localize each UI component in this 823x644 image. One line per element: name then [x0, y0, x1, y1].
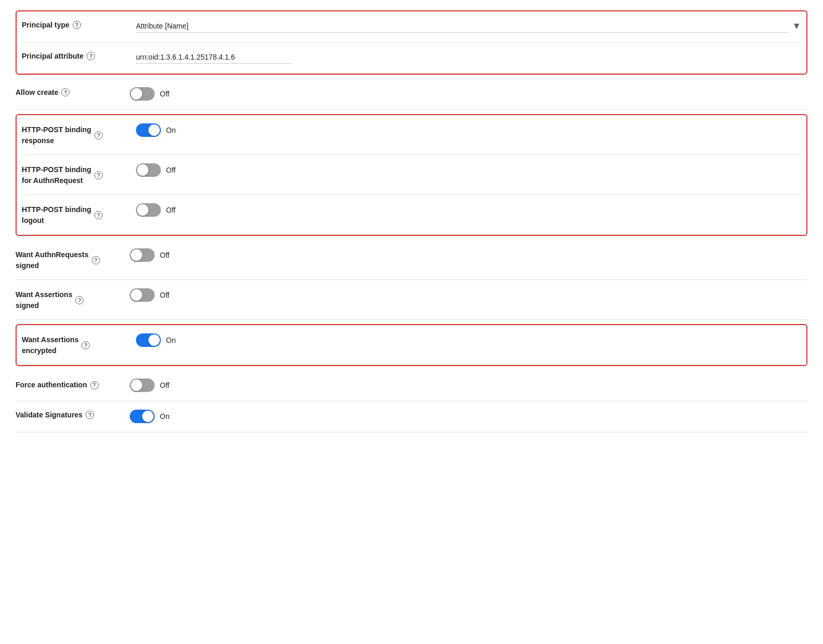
- force-authentication-thumb: [131, 380, 142, 391]
- want-assertions-signed-thumb: [131, 289, 142, 301]
- want-authn-signed-toggle-label: Off: [160, 251, 169, 259]
- want-assertions-encrypted-group: Want Assertionsencrypted ? On: [16, 324, 807, 366]
- http-post-logout-thumb: [137, 204, 148, 216]
- http-post-authn-thumb: [137, 164, 148, 176]
- principal-type-row: Principal type ? Attribute [Name] ▼: [22, 11, 801, 43]
- allow-create-toggle-wrapper: Off: [130, 87, 169, 101]
- http-post-logout-help-icon[interactable]: ?: [94, 211, 103, 219]
- want-assertions-encrypted-thumb: [148, 334, 160, 346]
- http-post-response-value: On: [136, 123, 801, 137]
- validate-signatures-row: Validate Signatures ? On: [16, 401, 807, 432]
- want-assertions-signed-track: [130, 288, 155, 302]
- force-authentication-row: Force authentication ? Off: [16, 370, 807, 401]
- principal-attribute-help-icon[interactable]: ?: [87, 52, 95, 60]
- http-post-response-label: HTTP-POST bindingresponse ?: [22, 123, 136, 146]
- validate-signatures-toggle[interactable]: [130, 410, 155, 423]
- allow-create-track: [130, 87, 155, 101]
- http-post-response-toggle-wrapper: On: [136, 123, 176, 137]
- validate-signatures-label: Validate Signatures ?: [16, 410, 130, 419]
- validate-signatures-toggle-wrapper: On: [130, 410, 170, 423]
- want-assertions-encrypted-label: Want Assertionsencrypted ?: [22, 333, 136, 356]
- principal-type-label: Principal type ?: [22, 20, 136, 29]
- validate-signatures-track: [130, 410, 155, 423]
- want-assertions-signed-toggle[interactable]: [130, 288, 155, 302]
- http-post-authn-row: HTTP-POST bindingfor AuthnRequest ? Off: [22, 155, 801, 195]
- http-post-logout-toggle-wrapper: Off: [136, 203, 175, 217]
- force-authentication-toggle-label: Off: [160, 381, 169, 389]
- principal-attribute-label: Principal attribute ?: [22, 51, 136, 60]
- force-authentication-label: Force authentication ?: [16, 379, 130, 390]
- principal-type-value: Attribute [Name] ▼: [136, 20, 801, 33]
- want-authn-signed-value: Off: [130, 248, 807, 262]
- http-post-logout-track: [136, 203, 161, 217]
- allow-create-toggle-label: Off: [160, 90, 169, 98]
- http-post-logout-label: HTTP-POST bindinglogout ?: [22, 203, 136, 226]
- http-post-authn-toggle[interactable]: [136, 163, 161, 177]
- want-assertions-signed-toggle-label: Off: [160, 291, 169, 299]
- want-authn-signed-toggle-wrapper: Off: [130, 248, 169, 262]
- http-post-logout-toggle[interactable]: [136, 203, 161, 217]
- want-assertions-signed-label: Want Assertionssigned ?: [16, 288, 130, 311]
- allow-create-label: Allow create ?: [16, 87, 130, 96]
- want-assertions-signed-value: Off: [130, 288, 807, 302]
- want-authn-signed-row: Want AuthnRequestssigned ? Off: [16, 240, 807, 280]
- want-assertions-encrypted-track: [136, 333, 161, 347]
- want-assertions-encrypted-toggle-label: On: [166, 336, 176, 344]
- allow-create-toggle[interactable]: [130, 87, 155, 101]
- want-assertions-signed-toggle-wrapper: Off: [130, 288, 169, 302]
- allow-create-help-icon[interactable]: ?: [61, 88, 70, 96]
- want-assertions-encrypted-help-icon[interactable]: ?: [81, 341, 90, 349]
- principal-group: Principal type ? Attribute [Name] ▼ Prin…: [16, 10, 807, 75]
- http-post-response-toggle[interactable]: [136, 123, 161, 137]
- http-post-group: HTTP-POST bindingresponse ? On HTTP-POST…: [16, 114, 807, 236]
- want-authn-signed-label: Want AuthnRequestssigned ?: [16, 248, 130, 271]
- force-authentication-track: [130, 379, 155, 392]
- http-post-response-row: HTTP-POST bindingresponse ? On: [22, 115, 801, 155]
- force-authentication-toggle[interactable]: [130, 379, 155, 392]
- want-assertions-signed-help-icon[interactable]: ?: [75, 296, 84, 304]
- principal-type-dropdown[interactable]: Attribute [Name] ▼: [136, 20, 801, 33]
- http-post-logout-value: Off: [136, 203, 801, 217]
- principal-type-help-icon[interactable]: ?: [73, 21, 81, 29]
- http-post-response-toggle-label: On: [166, 126, 176, 134]
- http-post-logout-toggle-label: Off: [166, 206, 175, 214]
- http-post-authn-help-icon[interactable]: ?: [94, 171, 103, 179]
- principal-type-selected: Attribute [Name]: [136, 20, 788, 33]
- want-authn-signed-thumb: [131, 249, 142, 261]
- want-assertions-signed-row: Want Assertionssigned ? Off: [16, 280, 807, 320]
- want-assertions-encrypted-value: On: [136, 333, 801, 347]
- validate-signatures-toggle-label: On: [160, 412, 170, 421]
- http-post-response-help-icon[interactable]: ?: [94, 131, 103, 139]
- want-assertions-encrypted-row: Want Assertionsencrypted ? On: [22, 325, 801, 365]
- want-authn-signed-track: [130, 248, 155, 262]
- principal-attribute-input[interactable]: urn:oid:1.3.6.1.4.1.25178.4.1.6: [136, 51, 292, 64]
- want-authn-signed-help-icon[interactable]: ?: [92, 256, 100, 264]
- force-authentication-value: Off: [130, 379, 807, 392]
- http-post-response-track: [136, 123, 161, 137]
- force-authentication-help-icon[interactable]: ?: [90, 381, 99, 389]
- dropdown-arrow-icon: ▼: [792, 21, 801, 32]
- settings-form: Principal type ? Attribute [Name] ▼ Prin…: [0, 0, 823, 443]
- allow-create-row: Allow create ? Off: [16, 79, 807, 110]
- http-post-authn-label: HTTP-POST bindingfor AuthnRequest ?: [22, 163, 136, 186]
- allow-create-value: Off: [130, 87, 807, 101]
- principal-attribute-value[interactable]: urn:oid:1.3.6.1.4.1.25178.4.1.6: [136, 51, 801, 64]
- http-post-response-thumb: [148, 124, 160, 136]
- http-post-authn-toggle-wrapper: Off: [136, 163, 175, 177]
- validate-signatures-value: On: [130, 410, 807, 423]
- http-post-logout-row: HTTP-POST bindinglogout ? Off: [22, 195, 801, 235]
- http-post-authn-track: [136, 163, 161, 177]
- want-assertions-encrypted-toggle-wrapper: On: [136, 333, 176, 347]
- want-assertions-encrypted-toggle[interactable]: [136, 333, 161, 347]
- http-post-authn-toggle-label: Off: [166, 166, 175, 174]
- http-post-authn-value: Off: [136, 163, 801, 177]
- force-authentication-toggle-wrapper: Off: [130, 379, 169, 392]
- validate-signatures-help-icon[interactable]: ?: [86, 411, 94, 419]
- allow-create-thumb: [131, 88, 142, 100]
- validate-signatures-thumb: [142, 411, 154, 422]
- principal-attribute-row: Principal attribute ? urn:oid:1.3.6.1.4.…: [22, 43, 801, 74]
- want-authn-signed-toggle[interactable]: [130, 248, 155, 262]
